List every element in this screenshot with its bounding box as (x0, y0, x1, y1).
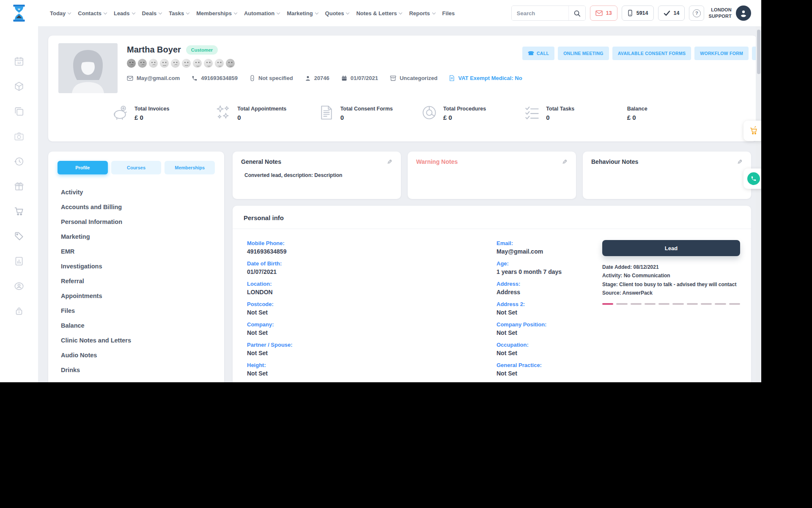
menu-item-investigations[interactable]: Investigations (61, 259, 215, 273)
contact-phone: 491693634859 (192, 75, 238, 81)
lead-panel: Lead Date Added: 08/12/2021Activity: No … (602, 240, 740, 382)
tab-courses[interactable]: Courses (111, 161, 162, 174)
mood-neutral-icon[interactable] (182, 59, 191, 68)
nav-marketing[interactable]: Marketing (287, 10, 318, 17)
progress-segment (715, 303, 726, 305)
contact-header-card: Martha Boyer Customer May@gmail.com 4916… (48, 36, 757, 141)
contact-category: Uncategorized (390, 75, 438, 81)
search-button[interactable] (568, 6, 585, 20)
field-label: Company: (247, 321, 497, 328)
mood-neutral-icon[interactable] (160, 59, 169, 68)
app-logo[interactable] (0, 4, 38, 22)
profile-tabs: ProfileCoursesMemberships (58, 161, 215, 174)
package-icon[interactable] (14, 81, 25, 92)
account-icon[interactable] (14, 281, 25, 292)
gift-icon[interactable] (14, 181, 25, 192)
field-address: Address:Address (497, 281, 602, 295)
svg-text:12: 12 (17, 61, 21, 65)
menu-item-balance[interactable]: Balance (61, 318, 215, 333)
mood-very-sad-icon[interactable] (127, 59, 136, 68)
menu-item-appointments[interactable]: Appointments (61, 288, 215, 303)
help-button[interactable]: ? (689, 6, 704, 21)
nav-files[interactable]: Files (442, 10, 455, 17)
nav-notes-letters[interactable]: Notes & Letters (356, 10, 402, 17)
history-icon[interactable] (14, 156, 25, 167)
gender-icon (250, 75, 255, 81)
camera-icon[interactable] (14, 131, 25, 142)
field-label: Postcode: (247, 301, 497, 307)
field-value: Not Set (247, 309, 497, 316)
phone-count: 5914 (636, 10, 648, 16)
progress-segment (602, 303, 613, 305)
tasks-badge[interactable]: 14 (658, 6, 685, 21)
nav-reports[interactable]: Reports (409, 10, 435, 17)
mood-sad-icon[interactable] (138, 59, 147, 68)
menu-item-files[interactable]: Files (61, 303, 215, 318)
nav-tasks[interactable]: Tasks (169, 10, 189, 17)
search-input[interactable] (512, 6, 568, 20)
scrollbar-track[interactable] (756, 26, 761, 382)
menu-item-accounts-and-billing[interactable]: Accounts and Billing (61, 199, 215, 214)
mood-unhappy-icon[interactable] (149, 59, 158, 68)
mail-badge[interactable]: 13 (590, 6, 617, 21)
menu-item-audio-notes[interactable]: Audio Notes (61, 348, 215, 362)
lock-icon[interactable] (14, 306, 25, 317)
online-meeting-button[interactable]: ONLINE MEETING (558, 47, 609, 60)
report-icon[interactable] (14, 256, 25, 267)
field-value: Not Set (497, 329, 602, 336)
user-avatar[interactable] (736, 6, 751, 21)
field-age: Age:1 years 0 month 7 days (497, 260, 602, 275)
contact-stats: Total Invoices£ 0 Total Appointments0 To… (58, 106, 747, 121)
field-label: Address 2: (497, 301, 602, 307)
mood-unhappy-icon[interactable] (171, 59, 180, 68)
menu-item-marketing[interactable]: Marketing (61, 229, 215, 244)
document-icon (449, 75, 455, 81)
nav-leads[interactable]: Leads (114, 10, 135, 17)
call-float-button[interactable] (743, 168, 761, 189)
calendar-icon[interactable]: 12 (14, 56, 25, 67)
menu-item-personal-information[interactable]: Personal Information (61, 214, 215, 229)
mood-happy-icon[interactable] (193, 59, 202, 68)
field-email: Email:May@gmail.com (497, 240, 602, 255)
menu-item-referral[interactable]: Referral (61, 273, 215, 288)
nav-contacts[interactable]: Contacts (78, 10, 107, 17)
menu-item-drinks[interactable]: Drinks (61, 362, 215, 377)
tab-memberships[interactable]: Memberships (165, 161, 215, 174)
cart-icon[interactable] (14, 206, 25, 217)
menu-item-emr[interactable]: EMR (61, 244, 215, 259)
phone-badge[interactable]: 5914 (622, 6, 654, 21)
contact-summary: Martha Boyer Customer May@gmail.com 4916… (127, 43, 522, 93)
menu-item-clinic-notes-and-letters[interactable]: Clinic Notes and Letters (61, 333, 215, 348)
tags-icon[interactable] (14, 231, 25, 242)
menu-item-activity[interactable]: Activity (61, 185, 215, 199)
nav-automation[interactable]: Automation (244, 10, 280, 17)
cart-float-button[interactable] (743, 121, 761, 141)
call-button[interactable]: ☎CALL (522, 47, 554, 60)
mood-happy-icon[interactable] (215, 59, 224, 68)
edit-pencil-icon[interactable]: ✎ (387, 159, 392, 165)
scrollbar-thumb[interactable] (757, 30, 760, 74)
lead-progress (602, 303, 740, 305)
field-date-of-birth: Date of Birth:01/07/2021 (247, 260, 497, 275)
contact-date: 01/07/2021 (341, 75, 378, 81)
field-value: Address (497, 289, 602, 295)
field-label: Height: (247, 362, 497, 368)
lead-button[interactable]: Lead (602, 240, 740, 256)
nav-quotes[interactable]: Quotes (325, 10, 349, 17)
edit-pencil-icon[interactable]: ✎ (737, 159, 743, 165)
lead-row: Activity: No Communication (602, 271, 740, 280)
nav-today[interactable]: Today (50, 10, 71, 17)
stat-balance: Balance£ 0 (627, 106, 730, 121)
mood-happy-icon[interactable] (204, 59, 213, 68)
available-consent-forms-button[interactable]: AVAILABLE CONSENT FORMS (612, 47, 691, 60)
mood-very-happy-icon[interactable] (226, 59, 235, 68)
nav-memberships[interactable]: Memberships (196, 10, 237, 17)
workflow-form-button[interactable]: WORKFLOW FORM (694, 47, 749, 60)
donut-chart-icon (421, 105, 437, 121)
edit-pencil-icon[interactable]: ✎ (562, 159, 568, 165)
behaviour-notes-title: Behaviour Notes (591, 158, 638, 165)
general-notes-body: Converted lead, description: Description (241, 172, 392, 178)
copy-icon[interactable] (14, 106, 25, 117)
tab-profile[interactable]: Profile (58, 161, 108, 174)
nav-deals[interactable]: Deals (142, 10, 162, 17)
